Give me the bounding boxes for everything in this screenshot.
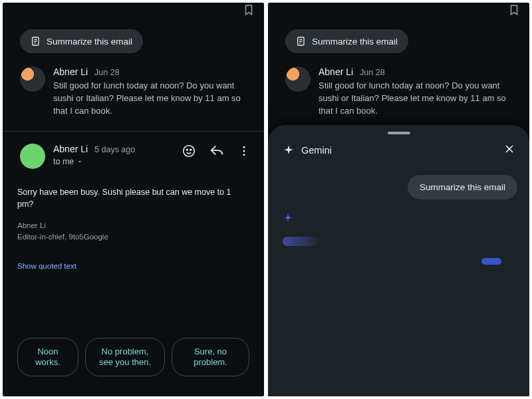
gemini-loading-icon [283,213,529,226]
smart-reply-chip[interactable]: No problem, see you then. [85,338,165,377]
summarize-icon [296,36,307,47]
summarize-chip[interactable]: Summarize this email [285,29,408,53]
svg-point-5 [243,150,245,152]
recipient-dropdown[interactable]: to me [53,157,83,166]
more-menu-button[interactable] [237,144,251,158]
thread-item[interactable]: Abner Li Jun 28 Still good for lunch tod… [3,53,264,131]
summarize-chip[interactable]: Summarize this email [20,29,143,53]
show-quoted-link[interactable]: Show quoted text [17,262,249,270]
gemini-sheet: Gemini Summarize this email [268,125,529,396]
chevron-down-icon [76,158,83,165]
summarize-icon [31,36,41,47]
summarize-chip-label: Summarize this email [312,37,398,47]
bookmark-icon[interactable] [508,4,520,19]
message-header: Abner Li 5 days ago to me [3,132,264,172]
svg-point-4 [243,146,245,148]
loading-shimmer [481,258,501,265]
smart-reply-chip[interactable]: Noon works. [17,338,78,377]
thread-preview: Still good for lunch today at noon? Do y… [53,80,252,118]
message-body: Sorry have been busy. Sushi please but c… [3,172,264,250]
summarize-chip-label: Summarize this email [47,37,132,47]
signature: Abner Li Editor-in-chief, 9to5Google [17,220,249,243]
thread-date: Jun 28 [94,68,120,77]
smart-replies: Noon works. No problem, see you then. Su… [3,338,264,377]
sender-name: Abner Li [319,66,353,77]
thread-preview: Still good for lunch today at noon? Do y… [319,80,517,118]
smart-reply-chip[interactable]: Sure, no problem. [172,338,249,377]
user-prompt-chip: Summarize this email [408,175,517,200]
email-view-left: Summarize this email Abner Li Jun 28 Sti… [3,3,264,396]
email-view-right: Summarize this email Abner Li Jun 28 Sti… [268,3,529,396]
svg-point-2 [186,149,188,150]
reply-button[interactable] [209,144,224,158]
message-text: Sorry have been busy. Sushi please but c… [17,186,249,211]
close-button[interactable] [503,142,516,158]
gemini-title: Gemini [301,145,332,156]
bookmark-icon[interactable] [243,4,255,19]
avatar [285,66,311,92]
loading-shimmer [283,237,320,246]
svg-point-3 [190,149,192,150]
gemini-spark-icon [283,144,295,156]
thread-item[interactable]: Abner Li Jun 28 Still good for lunch tod… [268,53,529,131]
thread-date: Jun 28 [360,68,385,77]
avatar [20,66,45,92]
avatar [20,144,45,169]
sender-name: Abner Li [53,144,88,154]
svg-point-1 [184,145,195,156]
sheet-drag-handle[interactable] [388,132,410,134]
react-emoji-button[interactable] [182,144,196,158]
message-age: 5 days ago [94,145,135,154]
sender-name: Abner Li [53,66,88,77]
svg-point-6 [243,154,245,156]
